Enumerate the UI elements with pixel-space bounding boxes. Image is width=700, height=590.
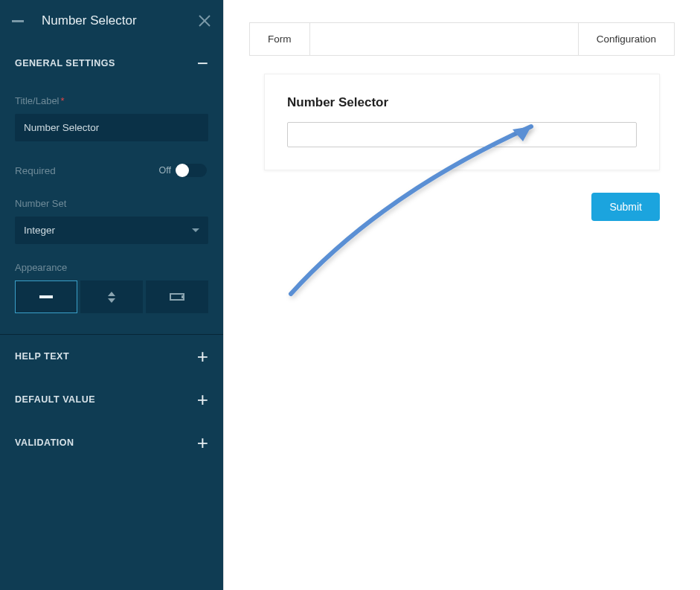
tab-configuration[interactable]: Configuration xyxy=(578,23,674,55)
submit-button[interactable]: Submit xyxy=(591,193,660,221)
required-asterisk: * xyxy=(61,95,65,106)
number-set-label: Number Set xyxy=(15,198,208,209)
sidebar-title: Number Selector xyxy=(42,13,198,28)
section-title: HELP TEXT xyxy=(15,351,69,362)
title-label-field-label: Title/Label* xyxy=(15,95,208,106)
plus-icon: + xyxy=(197,347,208,366)
sidebar-header: Number Selector xyxy=(0,0,223,42)
close-icon[interactable] xyxy=(198,14,211,28)
required-label: Required xyxy=(15,165,56,176)
tab-bar: Form Configuration xyxy=(249,22,675,56)
spinner-icon xyxy=(108,292,115,303)
toggle-wrap: Off xyxy=(159,164,207,177)
section-title: DEFAULT VALUE xyxy=(15,394,95,405)
section-header-validation[interactable]: VALIDATION + xyxy=(0,421,223,464)
appearance-options xyxy=(15,280,208,313)
appearance-option-spinner[interactable] xyxy=(80,280,143,313)
section-body-general: Title/Label* Required Off Number Set Int… xyxy=(0,85,223,328)
required-toggle-row: Required Off xyxy=(15,164,208,177)
preview-card: Number Selector xyxy=(264,74,660,170)
settings-sidebar: Number Selector GENERAL SETTINGS − Title… xyxy=(0,0,223,590)
select-value: Integer xyxy=(24,225,55,236)
tab-form[interactable]: Form xyxy=(250,23,310,55)
main-preview-area: Form Configuration Number Selector Submi… xyxy=(223,0,700,590)
appearance-option-slider[interactable] xyxy=(146,280,208,313)
collapsed-sections: HELP TEXT + DEFAULT VALUE + VALIDATION + xyxy=(0,334,223,464)
minus-icon: − xyxy=(197,54,208,73)
number-set-select[interactable]: Integer xyxy=(15,217,208,244)
preview-widget-title: Number Selector xyxy=(287,95,637,110)
section-header-general[interactable]: GENERAL SETTINGS − xyxy=(0,42,223,85)
label-text: Title/Label xyxy=(15,95,60,106)
section-header-default-value[interactable]: DEFAULT VALUE + xyxy=(0,378,223,421)
appearance-option-line[interactable] xyxy=(15,280,77,313)
chevron-down-icon xyxy=(192,228,199,232)
drag-handle-icon[interactable] xyxy=(12,20,24,22)
slider-icon xyxy=(170,293,184,301)
section-title: GENERAL SETTINGS xyxy=(15,58,115,68)
required-toggle[interactable] xyxy=(176,164,207,177)
plus-icon: + xyxy=(197,433,208,452)
plus-icon: + xyxy=(197,390,208,409)
title-label-input[interactable] xyxy=(15,114,208,141)
toggle-state-text: Off xyxy=(159,165,171,176)
line-input-icon xyxy=(39,295,53,298)
number-selector-preview-input[interactable] xyxy=(287,122,637,147)
appearance-label: Appearance xyxy=(15,262,208,273)
section-title: VALIDATION xyxy=(15,437,74,448)
submit-row: Submit xyxy=(249,193,660,221)
section-header-help-text[interactable]: HELP TEXT + xyxy=(0,335,223,378)
tab-spacer xyxy=(310,23,578,55)
toggle-knob xyxy=(176,164,189,177)
